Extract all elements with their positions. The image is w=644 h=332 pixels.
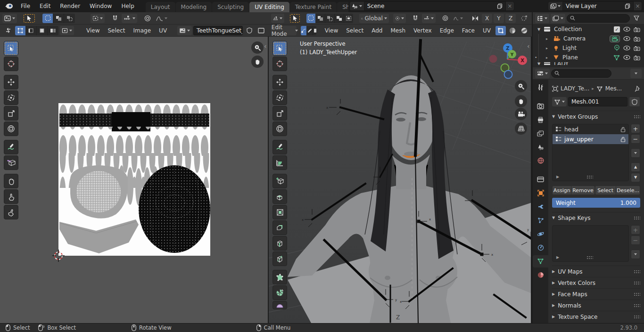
viewport-menu-add[interactable]: Add bbox=[368, 27, 386, 34]
pivot-point-dropdown[interactable] bbox=[393, 14, 406, 23]
render-visibility-icon[interactable] bbox=[634, 27, 640, 32]
tool-smooth[interactable] bbox=[272, 301, 287, 309]
vertex-select-mode-button[interactable] bbox=[301, 26, 307, 35]
uv-menu-image[interactable]: Image bbox=[130, 27, 155, 34]
scene-unlink-button[interactable]: × bbox=[506, 1, 514, 11]
outliner-search-input[interactable] bbox=[567, 14, 630, 23]
normals-panel-header[interactable]: ▶ Normals bbox=[552, 300, 640, 311]
select-difference-button[interactable] bbox=[335, 14, 344, 23]
tool-knife[interactable] bbox=[272, 251, 287, 266]
uv-snap-toggle[interactable] bbox=[110, 14, 120, 23]
uv-menu-uv[interactable]: UV bbox=[156, 27, 170, 34]
viewport-active-tool-button[interactable] bbox=[289, 14, 301, 23]
uv-editor-type-dropdown[interactable] bbox=[2, 14, 17, 23]
viewport-menu-vertex[interactable]: Vertex bbox=[410, 27, 435, 34]
uv-image-name-field[interactable]: TeethTongueSet_ROUGH_4K.png bbox=[193, 26, 243, 35]
panel-drag-handle[interactable] bbox=[634, 315, 640, 318]
tool-measure[interactable] bbox=[272, 155, 287, 170]
uv-tool-select-box[interactable] bbox=[4, 41, 18, 56]
uv-editor-canvas[interactable]: ‹ bbox=[0, 37, 269, 323]
workspace-tab-texture-paint[interactable]: Texture Paint bbox=[290, 2, 337, 12]
light-data-icon[interactable] bbox=[614, 45, 620, 51]
uv-menu-select[interactable]: Select bbox=[104, 27, 128, 34]
vertex-group-row-head[interactable]: head bbox=[553, 124, 628, 134]
uv-island-mode-button[interactable] bbox=[48, 26, 58, 35]
uv-tool-rotate[interactable] bbox=[4, 90, 18, 105]
uv-tool-pinch[interactable] bbox=[4, 205, 18, 219]
uv-menu-view[interactable]: View bbox=[83, 27, 103, 34]
tool-transform[interactable] bbox=[272, 121, 287, 136]
camera-data-badge[interactable] bbox=[610, 35, 620, 42]
mode-selector-dropdown[interactable]: Edit Mode bbox=[271, 26, 297, 35]
properties-options-dropdown[interactable] bbox=[630, 69, 642, 78]
tab-physics[interactable] bbox=[533, 228, 548, 240]
face-maps-panel-header[interactable]: ▶ Face Maps bbox=[552, 288, 640, 300]
vertex-group-add-button[interactable]: + bbox=[631, 124, 640, 133]
tool-spin[interactable] bbox=[272, 285, 287, 300]
properties-search-input[interactable] bbox=[551, 69, 611, 78]
mirror-x-button[interactable]: X bbox=[482, 14, 492, 23]
view-layer-browse-button[interactable] bbox=[548, 1, 563, 11]
list-specials-expand-icon[interactable]: ▶ bbox=[556, 255, 559, 259]
shape-keys-panel-header[interactable]: ▼ Shape Keys bbox=[552, 212, 640, 223]
panel-drag-handle[interactable] bbox=[634, 281, 640, 284]
tab-collection[interactable] bbox=[533, 173, 548, 186]
viewport-ortho-toggle-button[interactable] bbox=[515, 122, 527, 135]
select-button[interactable]: Select bbox=[595, 186, 616, 195]
tab-particles[interactable] bbox=[533, 214, 548, 227]
edge-select-mode-button[interactable] bbox=[307, 26, 313, 35]
panel-drag-handle[interactable] bbox=[634, 216, 640, 219]
uv-tool-grab[interactable] bbox=[4, 174, 18, 188]
disclosure-triangle-icon[interactable]: ▸ bbox=[546, 46, 552, 50]
viewport-menu-uv[interactable]: UV bbox=[479, 27, 494, 34]
outliner-row-collection[interactable]: ▼ Collection ✓ bbox=[533, 24, 644, 34]
viewport-3d-canvas[interactable]: x x x y z x x y User Perspective (1) LAD… bbox=[269, 37, 532, 323]
uv-sidebar-collapse-arrow[interactable]: ‹ bbox=[264, 43, 267, 49]
remove-button[interactable]: Remove bbox=[571, 186, 594, 195]
uv-select-set-button[interactable] bbox=[42, 14, 53, 23]
proportional-falloff-dropdown[interactable] bbox=[452, 14, 465, 23]
uv-maps-panel-header[interactable]: ▶ UV Maps bbox=[552, 266, 640, 277]
uv-pan-button[interactable] bbox=[251, 56, 264, 68]
tool-annotate[interactable] bbox=[272, 140, 287, 154]
mesh-name-field[interactable]: Mesh.001 bbox=[568, 97, 627, 106]
vertex-groups-panel-header[interactable]: ▼ Vertex Groups bbox=[552, 111, 640, 122]
tool-add-cube[interactable] bbox=[272, 174, 287, 188]
menu-file[interactable]: File bbox=[16, 0, 35, 12]
disclosure-triangle-icon[interactable]: ▸ bbox=[546, 37, 552, 41]
vertex-group-remove-button[interactable]: − bbox=[631, 134, 640, 144]
uv-select-extend-button[interactable] bbox=[53, 14, 64, 23]
panel-drag-handle[interactable] bbox=[634, 115, 640, 118]
mirror-y-button[interactable]: Y bbox=[494, 14, 504, 23]
collection-checkbox[interactable]: ✓ bbox=[614, 26, 620, 32]
xray-toggle[interactable] bbox=[495, 26, 506, 35]
hide-eye-icon[interactable] bbox=[623, 36, 630, 41]
render-visibility-icon[interactable] bbox=[634, 36, 640, 41]
mesh-fake-user-button[interactable] bbox=[629, 97, 640, 107]
viewport-camera-view-button[interactable] bbox=[515, 108, 527, 120]
viewport-editor-type-dropdown[interactable] bbox=[271, 14, 284, 23]
shape-key-specials-button[interactable] bbox=[631, 250, 640, 259]
vertex-colors-panel-header[interactable]: ▶ Vertex Colors bbox=[552, 277, 640, 288]
shading-material-button[interactable] bbox=[519, 26, 529, 35]
select-intersect-button[interactable] bbox=[344, 14, 354, 23]
vertex-group-move-up-button[interactable]: ▲ bbox=[631, 162, 640, 172]
tab-constraints[interactable] bbox=[533, 242, 548, 254]
tab-tool[interactable] bbox=[533, 81, 548, 93]
uv-tool-scale[interactable] bbox=[4, 106, 18, 121]
shading-solid-button[interactable] bbox=[507, 26, 518, 35]
uv-tool-annotate[interactable] bbox=[4, 140, 18, 154]
breadcrumb-object[interactable]: LADY_Te... bbox=[561, 85, 589, 92]
outliner-row-camera[interactable]: ▸ Camera bbox=[533, 34, 644, 43]
vertex-group-row-jaw-upper[interactable]: jaw_upper bbox=[553, 134, 628, 144]
mirror-z-button[interactable]: Z bbox=[505, 14, 516, 23]
tab-object[interactable] bbox=[533, 187, 548, 199]
workspace-tab-uv-editing[interactable]: UV Editing bbox=[249, 2, 289, 12]
outliner-row-plane[interactable]: • ▸ Plane bbox=[533, 53, 644, 62]
shape-keys-list[interactable]: ▶ bbox=[552, 225, 629, 262]
disclosure-triangle-icon[interactable]: ▼ bbox=[536, 27, 542, 32]
mesh-browse-button[interactable] bbox=[552, 97, 567, 106]
view-layer-name-field[interactable]: View Layer bbox=[563, 1, 634, 11]
uv-pivot-dropdown[interactable] bbox=[91, 14, 105, 23]
tool-inset-faces[interactable] bbox=[272, 205, 287, 219]
